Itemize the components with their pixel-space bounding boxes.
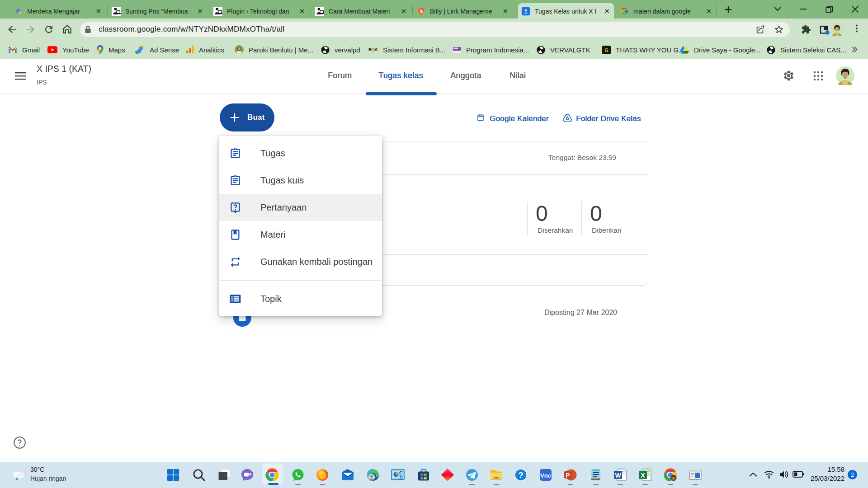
svg-text:S: S [375,47,377,52]
svg-text:P: P [566,472,570,479]
svg-text:?: ? [518,470,524,480]
svg-text:G: G [604,47,609,52]
svg-text:B: B [368,47,372,52]
svg-text:X: X [641,472,645,479]
svg-text:W: W [615,472,621,479]
svg-text:Vnc: Vnc [540,472,551,479]
